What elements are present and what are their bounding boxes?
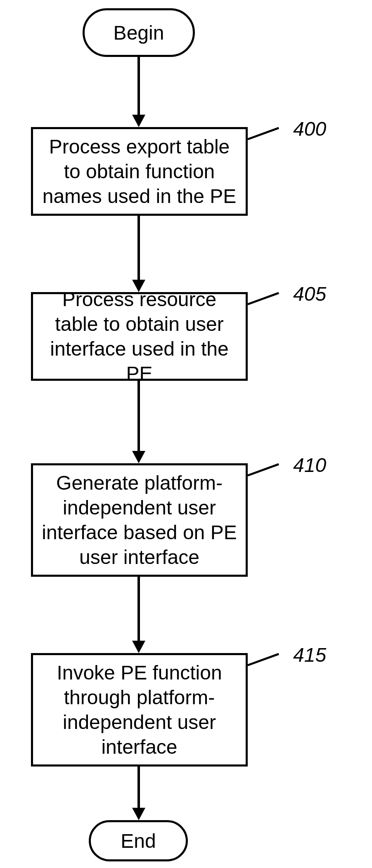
process-step-415: Invoke PE function through platform-inde… <box>31 653 248 767</box>
process-step-415-text: Invoke PE function through platform-inde… <box>41 660 237 760</box>
terminator-end: End <box>89 820 188 861</box>
arrow-410-to-415 <box>137 577 140 641</box>
arrow-400-to-405 <box>137 216 140 280</box>
terminator-begin: Begin <box>83 8 195 57</box>
ref-tick-400 <box>247 127 279 140</box>
end-label: End <box>121 830 156 852</box>
process-step-400-text: Process export table to obtain function … <box>41 134 237 209</box>
arrowhead-415-to-end <box>132 808 145 820</box>
process-step-405: Process resource table to obtain user in… <box>31 292 248 381</box>
arrowhead-410-to-415 <box>132 641 145 653</box>
process-step-405-text: Process resource table to obtain user in… <box>41 287 237 386</box>
arrowhead-405-to-410 <box>132 451 145 463</box>
process-step-410: Generate platform-independent user inter… <box>31 463 248 577</box>
ref-tick-410 <box>247 463 279 476</box>
process-step-410-text: Generate platform-independent user inter… <box>41 471 237 570</box>
begin-label: Begin <box>114 21 164 44</box>
ref-label-405: 405 <box>293 283 326 305</box>
ref-label-410: 410 <box>293 454 326 476</box>
ref-tick-405 <box>247 292 279 305</box>
ref-label-415: 415 <box>293 644 326 666</box>
arrow-415-to-end <box>137 767 140 808</box>
ref-label-400: 400 <box>293 118 326 140</box>
ref-tick-415 <box>247 653 279 666</box>
process-step-400: Process export table to obtain function … <box>31 127 248 216</box>
arrow-405-to-410 <box>137 381 140 451</box>
arrow-begin-to-400 <box>137 57 140 115</box>
arrowhead-begin-to-400 <box>132 115 145 127</box>
